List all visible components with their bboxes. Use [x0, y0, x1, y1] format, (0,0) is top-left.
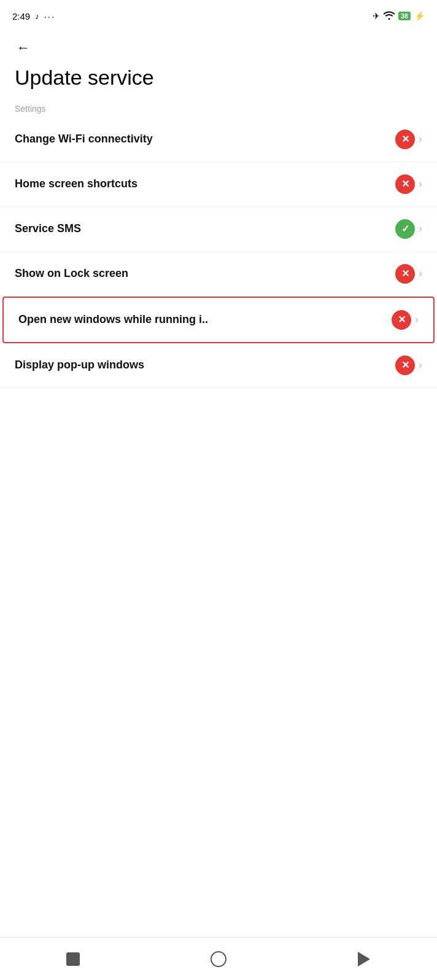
home-icon [211, 951, 226, 967]
chevron-popup: › [419, 359, 422, 371]
settings-item-newwindows[interactable]: Open new windows while running i.. ✕ › [2, 297, 435, 343]
chevron-newwindows: › [415, 313, 419, 326]
status-right: ✈ 38 ⚡ [373, 11, 425, 21]
settings-item-wifi[interactable]: Change Wi-Fi connectivity ✕ › [0, 117, 437, 162]
settings-item-lockscreen[interactable]: Show on Lock screen ✕ › [0, 252, 437, 297]
nav-bar [0, 937, 437, 980]
settings-list: Change Wi-Fi connectivity ✕ › Home scree… [0, 117, 437, 388]
chevron-lockscreen: › [419, 267, 422, 280]
chevron-shortcuts: › [419, 177, 422, 190]
settings-item-right-newwindows: ✕ › [392, 310, 419, 330]
settings-item-label-popup: Display pop-up windows [15, 359, 309, 371]
status-badge-newwindows: ✕ [392, 310, 411, 330]
menu-dots: ··· [44, 11, 56, 21]
status-left: 2:49 ♪ ··· [12, 11, 55, 21]
home-button[interactable] [203, 944, 234, 974]
settings-item-right-sms: ✓ › [395, 219, 422, 239]
settings-item-right-shortcuts: ✕ › [395, 174, 422, 194]
status-icon-wifi: ✕ [401, 133, 409, 145]
settings-item-right-popup: ✕ › [395, 356, 422, 375]
status-icon-lockscreen: ✕ [401, 268, 409, 279]
back-nav-icon [358, 952, 370, 966]
airplane-icon: ✈ [373, 11, 380, 21]
status-badge-sms: ✓ [395, 219, 415, 239]
header: ← [0, 29, 437, 59]
recent-apps-icon [66, 952, 80, 966]
settings-item-label-newwindows: Open new windows while running i.. [18, 313, 313, 326]
status-icon-popup: ✕ [401, 359, 409, 371]
back-arrow-icon: ← [17, 40, 30, 56]
music-icon: ♪ [35, 12, 39, 21]
settings-item-label-lockscreen: Show on Lock screen [15, 267, 309, 280]
status-badge-wifi: ✕ [395, 130, 415, 149]
charging-icon: ⚡ [414, 11, 425, 21]
status-icon-sms: ✓ [401, 223, 409, 235]
chevron-sms: › [419, 222, 422, 235]
status-badge-popup: ✕ [395, 356, 415, 375]
chevron-wifi: › [419, 133, 422, 146]
settings-item-popup[interactable]: Display pop-up windows ✕ › [0, 343, 437, 388]
settings-item-shortcuts[interactable]: Home screen shortcuts ✕ › [0, 162, 437, 207]
wifi-icon [384, 11, 395, 21]
section-label: Settings [0, 90, 437, 117]
status-time: 2:49 [12, 11, 30, 21]
settings-item-label-wifi: Change Wi-Fi connectivity [15, 133, 309, 146]
status-icon-shortcuts: ✕ [401, 178, 409, 190]
settings-item-right-wifi: ✕ › [395, 130, 422, 149]
back-nav-button[interactable] [349, 944, 379, 974]
status-badge-lockscreen: ✕ [395, 264, 415, 284]
back-button[interactable]: ← [12, 37, 34, 59]
status-icon-newwindows: ✕ [398, 314, 406, 325]
settings-item-sms[interactable]: Service SMS ✓ › [0, 207, 437, 252]
settings-item-right-lockscreen: ✕ › [395, 264, 422, 284]
settings-item-label-sms: Service SMS [15, 222, 309, 235]
status-badge-shortcuts: ✕ [395, 174, 415, 194]
recent-apps-button[interactable] [58, 944, 88, 974]
settings-item-label-shortcuts: Home screen shortcuts [15, 177, 309, 190]
page-title: Update service [0, 59, 437, 90]
battery-icon: 38 [398, 12, 411, 20]
status-bar: 2:49 ♪ ··· ✈ 38 ⚡ [0, 0, 437, 29]
